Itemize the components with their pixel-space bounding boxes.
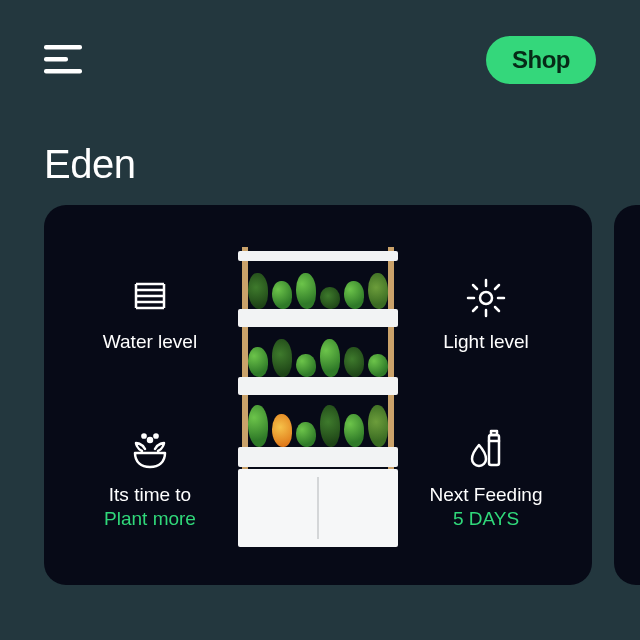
svg-rect-24 (491, 431, 497, 435)
top-bar: Shop (0, 0, 640, 84)
water-lines-icon (128, 276, 172, 320)
next-feeding-label: Next Feeding (429, 483, 542, 507)
svg-point-19 (148, 438, 152, 442)
plant-more-text: Its time to Plant more (104, 483, 196, 531)
svg-rect-0 (44, 45, 82, 50)
device-card-next[interactable]: Wate Next 2 D (614, 205, 640, 585)
device-illustration (238, 247, 398, 547)
water-level-label: Water level (103, 330, 197, 354)
next-feeding-text: Next Feeding 5 DAYS (429, 483, 542, 531)
water-level-tile-peek: Wate (632, 278, 640, 352)
plant-more-tile[interactable]: Its time to Plant more (62, 427, 238, 531)
svg-point-20 (142, 435, 145, 438)
svg-line-18 (495, 285, 499, 289)
svg-rect-22 (489, 435, 499, 465)
plant-more-action: Plant more (104, 507, 196, 531)
device-card[interactable]: Water level (44, 205, 592, 585)
plant-more-label: Its time to (104, 483, 196, 507)
svg-point-10 (480, 292, 492, 304)
svg-rect-1 (44, 57, 68, 62)
light-level-label: Light level (443, 330, 529, 354)
svg-line-15 (473, 285, 477, 289)
light-level-tile[interactable]: Light level (398, 276, 574, 354)
seedling-bowl-icon (127, 427, 173, 473)
svg-line-17 (473, 307, 477, 311)
next-feeding-tile[interactable]: Next Feeding 5 DAYS (398, 427, 574, 531)
svg-rect-2 (44, 69, 82, 74)
svg-line-16 (495, 307, 499, 311)
next-feeding-tile-peek: Next 2 D (632, 430, 640, 528)
cards-scroller[interactable]: Water level (0, 205, 640, 585)
next-feeding-value: 5 DAYS (429, 507, 542, 531)
menu-icon[interactable] (44, 45, 88, 75)
svg-point-21 (154, 435, 157, 438)
water-level-tile[interactable]: Water level (62, 276, 238, 354)
page-title: Eden (0, 84, 640, 205)
sun-icon (464, 276, 508, 320)
shop-button[interactable]: Shop (486, 36, 596, 84)
nutrient-bottle-icon (463, 427, 509, 473)
